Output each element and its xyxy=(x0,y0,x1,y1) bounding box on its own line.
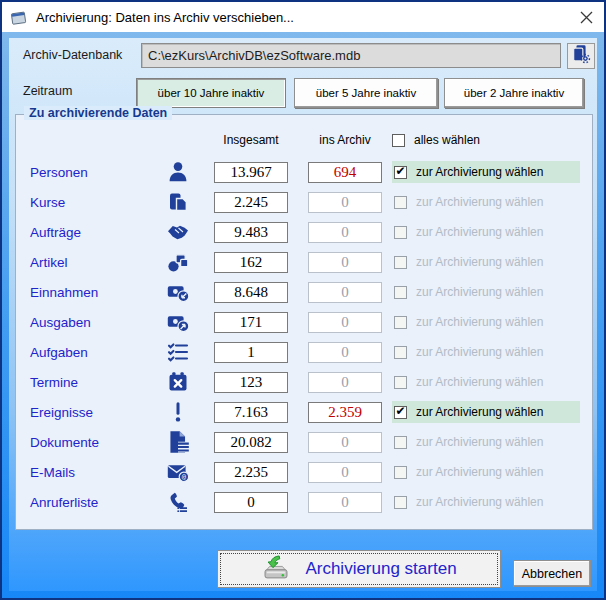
packages-icon xyxy=(158,250,198,274)
table-row: Kurse 2.245 0 zur Archivierung wählen xyxy=(16,187,592,217)
row-archive-toggle[interactable]: zur Archivierung wählen xyxy=(392,461,580,483)
row-checkbox-label: zur Archivierung wählen xyxy=(416,435,543,449)
person-icon xyxy=(158,160,198,184)
checkbox-icon[interactable] xyxy=(394,166,407,179)
cancel-button[interactable]: Abbrechen xyxy=(513,560,591,587)
table-row: Personen 13.967 694 zur Archivierung wäh… xyxy=(16,157,592,187)
row-checkbox-label: zur Archivierung wählen xyxy=(416,405,543,419)
checkbox-icon[interactable] xyxy=(394,376,407,389)
calendar-x-icon xyxy=(158,370,198,394)
row-checkbox-label: zur Archivierung wählen xyxy=(416,465,543,479)
table-row: Aufgaben 1 0 zur Archivierung wählen xyxy=(16,337,592,367)
row-checkbox-label: zur Archivierung wählen xyxy=(416,195,543,209)
dialog-content: Archiv-Datenbank C:\ezKurs\ArchivDB\ezSo… xyxy=(9,38,597,591)
archive-count-field: 0 xyxy=(308,372,382,393)
checkbox-icon[interactable] xyxy=(394,316,407,329)
row-archive-toggle[interactable]: zur Archivierung wählen xyxy=(392,251,580,273)
archive-count-field: 0 xyxy=(308,252,382,273)
row-archive-toggle[interactable]: zur Archivierung wählen xyxy=(392,401,580,423)
table-header: Insgesamt ins Archiv alles wählen xyxy=(16,127,592,153)
row-checkbox-label: zur Archivierung wählen xyxy=(416,315,543,329)
checklist-icon xyxy=(158,340,198,364)
total-count-field: 13.967 xyxy=(214,162,288,183)
checkbox-icon[interactable] xyxy=(394,466,407,479)
total-column-header: Insgesamt xyxy=(214,133,288,147)
row-checkbox-label: zur Archivierung wählen xyxy=(416,285,543,299)
archive-data-groupbox: Zu archivierende Daten Insgesamt ins Arc… xyxy=(15,114,593,530)
money-in-icon xyxy=(158,280,198,304)
zeitraum-2-years-button[interactable]: über 2 Jahre inaktiv xyxy=(444,78,584,108)
total-count-field: 1 xyxy=(214,342,288,363)
row-archive-toggle[interactable]: zur Archivierung wählen xyxy=(392,491,580,513)
start-archiving-button[interactable]: Archivierung starten xyxy=(217,550,501,588)
clipboard-icon xyxy=(158,190,198,214)
clipboard-gear-icon xyxy=(570,43,592,69)
table-row: E-Mails @ 2.235 0 zur Archivierung wähle… xyxy=(16,457,592,487)
archive-count-field: 0 xyxy=(308,462,382,483)
row-label: Einnahmen xyxy=(30,285,158,300)
table-row: Aufträge 9.483 0 zur Archivierung wählen xyxy=(16,217,592,247)
table-row: Termine 123 0 zur Archivierung wählen xyxy=(16,367,592,397)
zeitraum-label: Zeitraum xyxy=(23,84,72,98)
checkbox-icon[interactable] xyxy=(394,226,407,239)
select-all-control[interactable]: alles wählen xyxy=(392,133,580,147)
total-count-field: 171 xyxy=(214,312,288,333)
total-count-field: 2.235 xyxy=(214,462,288,483)
archive-column-header: ins Archiv xyxy=(308,133,382,147)
archive-count-field: 0 xyxy=(308,192,382,213)
checkbox-icon[interactable] xyxy=(394,286,407,299)
row-label: Kurse xyxy=(30,195,158,210)
row-checkbox-label: zur Archivierung wählen xyxy=(416,495,543,509)
total-count-field: 162 xyxy=(214,252,288,273)
checkbox-icon[interactable] xyxy=(394,346,407,359)
row-checkbox-label: zur Archivierung wählen xyxy=(416,375,543,389)
row-label: E-Mails xyxy=(30,465,158,480)
checkbox-icon[interactable] xyxy=(394,196,407,209)
select-all-label: alles wählen xyxy=(414,133,480,147)
money-out-icon xyxy=(158,310,198,334)
database-browse-button[interactable] xyxy=(567,43,595,69)
row-label: Aufgaben xyxy=(30,345,158,360)
archive-count-field: 694 xyxy=(308,162,382,183)
row-archive-toggle[interactable]: zur Archivierung wählen xyxy=(392,161,580,183)
zeitraum-10-years-button[interactable]: über 10 Jahre inaktiv xyxy=(136,78,286,108)
row-label: Artikel xyxy=(30,255,158,270)
total-count-field: 123 xyxy=(214,372,288,393)
rows: Personen 13.967 694 zur Archivierung wäh… xyxy=(16,157,592,517)
row-label: Ereignisse xyxy=(30,405,158,420)
archive-dialog-window: Archivierung: Daten ins Archiv verschieb… xyxy=(0,0,606,600)
row-archive-toggle[interactable]: zur Archivierung wählen xyxy=(392,431,580,453)
document-icon xyxy=(158,429,198,455)
select-all-checkbox-icon[interactable] xyxy=(392,134,405,147)
database-path-field[interactable]: C:\ezKurs\ArchivDB\ezSoftware.mdb xyxy=(141,43,561,68)
zeitraum-5-years-button[interactable]: über 5 Jahre inaktiv xyxy=(294,78,438,108)
app-form-icon xyxy=(10,10,27,25)
table-row: Dokumente 20.082 0 zur Archivierung wähl… xyxy=(16,427,592,457)
row-archive-toggle[interactable]: zur Archivierung wählen xyxy=(392,341,580,363)
checkbox-icon[interactable] xyxy=(394,406,407,419)
row-archive-toggle[interactable]: zur Archivierung wählen xyxy=(392,371,580,393)
row-archive-toggle[interactable]: zur Archivierung wählen xyxy=(392,221,580,243)
total-count-field: 8.648 xyxy=(214,282,288,303)
row-checkbox-label: zur Archivierung wählen xyxy=(416,165,543,179)
table-row: Artikel 162 0 zur Archivierung wählen xyxy=(16,247,592,277)
table-row: Anruferliste 0 0 zur Archivierung wählen xyxy=(16,487,592,517)
window-title: Archivierung: Daten ins Archiv verschieb… xyxy=(36,10,578,25)
database-label: Archiv-Datenbank xyxy=(23,48,122,62)
table-row: Einnahmen 8.648 0 zur Archivierung wähle… xyxy=(16,277,592,307)
checkbox-icon[interactable] xyxy=(394,496,407,509)
archive-count-field: 2.359 xyxy=(308,402,382,423)
checkbox-icon[interactable] xyxy=(394,436,407,449)
archive-count-field: 0 xyxy=(308,342,382,363)
row-checkbox-label: zur Archivierung wählen xyxy=(416,345,543,359)
row-archive-toggle[interactable]: zur Archivierung wählen xyxy=(392,311,580,333)
close-icon[interactable] xyxy=(578,9,594,25)
zeitraum-buttons: über 10 Jahre inaktiv über 5 Jahre inakt… xyxy=(136,78,584,108)
row-label: Ausgaben xyxy=(30,315,158,330)
title-bar: Archivierung: Daten ins Archiv verschieb… xyxy=(2,2,604,32)
row-archive-toggle[interactable]: zur Archivierung wählen xyxy=(392,191,580,213)
archive-count-field: 0 xyxy=(308,282,382,303)
row-archive-toggle[interactable]: zur Archivierung wählen xyxy=(392,281,580,303)
total-count-field: 7.163 xyxy=(214,402,288,423)
checkbox-icon[interactable] xyxy=(394,256,407,269)
